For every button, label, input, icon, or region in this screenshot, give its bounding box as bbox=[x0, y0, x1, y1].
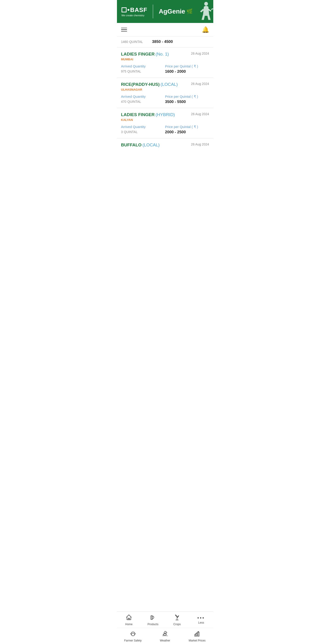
price-value-1: 3500 - 5500 bbox=[165, 100, 209, 104]
arrived-label-0: Arrived Quantity bbox=[121, 64, 165, 68]
item-title-0: LADIES FINGER bbox=[121, 52, 155, 56]
hamburger-line-3 bbox=[121, 31, 127, 32]
market-items-list: LADIES FINGER(No. 1) 26 Aug 2024 MUMBAI … bbox=[117, 48, 213, 148]
item-title-block-1: RICE(PADDY-HUS)(LOCAL) bbox=[121, 82, 178, 87]
basf-box-icon bbox=[122, 7, 127, 12]
item-location-2: KALYAN bbox=[121, 118, 209, 122]
notification-bell-icon[interactable]: 🔔 bbox=[202, 26, 209, 33]
item-header-2: LADIES FINGER(HYBRID) 26 Aug 2024 bbox=[121, 112, 209, 117]
item-location-0: MUMBAI bbox=[121, 58, 209, 61]
price-value-0: 1600 - 2000 bbox=[165, 69, 209, 74]
arrived-qty-col-1: Arrived Quantity 470 QUINTAL bbox=[121, 94, 165, 104]
item-location-1: ULHASNAGAR bbox=[121, 88, 209, 91]
item-date-0: 26 Aug 2024 bbox=[191, 52, 209, 55]
hamburger-line-1 bbox=[121, 28, 127, 28]
arrived-label-1: Arrived Quantity bbox=[121, 94, 165, 98]
price-strip-quantity: 1460 QUINTAL bbox=[121, 40, 143, 44]
basf-logo-mark: BASF bbox=[122, 6, 147, 14]
toolbar: 🔔 bbox=[117, 23, 213, 37]
price-col-2: Price per Quintal ( ₹ ) 2000 - 2500 bbox=[165, 125, 209, 134]
hamburger-menu-button[interactable] bbox=[121, 28, 127, 32]
basf-logo: BASF We create chemistry bbox=[122, 6, 147, 17]
market-item-2: LADIES FINGER(HYBRID) 26 Aug 2024 KALYAN… bbox=[117, 108, 213, 138]
price-strip: 1460 QUINTAL 3850 - 4500 bbox=[117, 37, 213, 48]
market-item-1: RICE(PADDY-HUS)(LOCAL) 26 Aug 2024 ULHAS… bbox=[117, 78, 213, 108]
item-header-3: BUFFALO(LOCAL) 26 Aug 2024 bbox=[121, 142, 209, 148]
app-header: BASF We create chemistry AgGenie 🌿 bbox=[117, 0, 213, 23]
basf-tagline: We create chemistry bbox=[122, 14, 147, 17]
price-label-0: Price per Quintal ( ₹ ) bbox=[165, 64, 209, 68]
basf-dot-icon bbox=[127, 9, 129, 11]
arrived-value-1: 470 QUINTAL bbox=[121, 99, 165, 104]
item-title-block-3: BUFFALO(LOCAL) bbox=[121, 142, 160, 148]
arrived-value-0: 975 QUINTAL bbox=[121, 69, 165, 74]
svg-point-0 bbox=[204, 2, 208, 6]
price-strip-range: 3850 - 4500 bbox=[152, 40, 173, 44]
price-label-1: Price per Quintal ( ₹ ) bbox=[165, 94, 209, 99]
farmer-figure-icon bbox=[194, 1, 213, 22]
item-details-0: Arrived Quantity 975 QUINTAL Price per Q… bbox=[121, 64, 209, 74]
item-title-block-0: LADIES FINGER(No. 1) bbox=[121, 52, 169, 57]
item-variety-1: (LOCAL) bbox=[161, 82, 178, 87]
item-title-1: RICE(PADDY-HUS) bbox=[121, 82, 160, 87]
item-header-0: LADIES FINGER(No. 1) 26 Aug 2024 bbox=[121, 52, 209, 57]
item-date-2: 26 Aug 2024 bbox=[191, 112, 209, 116]
aggenie-text: AgGenie bbox=[159, 8, 185, 15]
market-item-0: LADIES FINGER(No. 1) 26 Aug 2024 MUMBAI … bbox=[117, 48, 213, 78]
item-date-3: 26 Aug 2024 bbox=[191, 142, 209, 146]
basf-text: BASF bbox=[130, 6, 147, 14]
bottom-spacer bbox=[117, 148, 213, 180]
item-variety-2: (HYBRID) bbox=[155, 112, 175, 117]
market-item-3-partial: BUFFALO(LOCAL) 26 Aug 2024 bbox=[117, 138, 213, 148]
hamburger-line-2 bbox=[121, 29, 127, 30]
item-title-block-2: LADIES FINGER(HYBRID) bbox=[121, 112, 175, 117]
item-title-2: LADIES FINGER bbox=[121, 112, 155, 117]
arrived-label-2: Arrived Quantity bbox=[121, 125, 165, 129]
item-header-1: RICE(PADDY-HUS)(LOCAL) 26 Aug 2024 bbox=[121, 82, 209, 87]
arrived-value-2: 3 QUINTAL bbox=[121, 130, 165, 134]
item-date-1: 26 Aug 2024 bbox=[191, 82, 209, 86]
price-col-0: Price per Quintal ( ₹ ) 1600 - 2000 bbox=[165, 64, 209, 74]
arrived-qty-col-2: Arrived Quantity 3 QUINTAL bbox=[121, 125, 165, 134]
aggenie-leaf-icon: 🌿 bbox=[186, 8, 193, 14]
price-label-2: Price per Quintal ( ₹ ) bbox=[165, 125, 209, 129]
header-divider bbox=[153, 4, 153, 18]
header-brand: BASF We create chemistry AgGenie 🌿 bbox=[122, 4, 193, 18]
item-details-1: Arrived Quantity 470 QUINTAL Price per Q… bbox=[121, 94, 209, 104]
item-variety-3: (LOCAL) bbox=[142, 142, 160, 147]
item-title-3: BUFFALO bbox=[121, 142, 142, 147]
price-value-2: 2000 - 2500 bbox=[165, 130, 209, 134]
item-variety-0: (No. 1) bbox=[155, 52, 169, 56]
item-details-2: Arrived Quantity 3 QUINTAL Price per Qui… bbox=[121, 125, 209, 134]
arrived-qty-col-0: Arrived Quantity 975 QUINTAL bbox=[121, 64, 165, 74]
price-col-1: Price per Quintal ( ₹ ) 3500 - 5500 bbox=[165, 94, 209, 104]
aggenie-brand: AgGenie 🌿 bbox=[159, 8, 193, 15]
